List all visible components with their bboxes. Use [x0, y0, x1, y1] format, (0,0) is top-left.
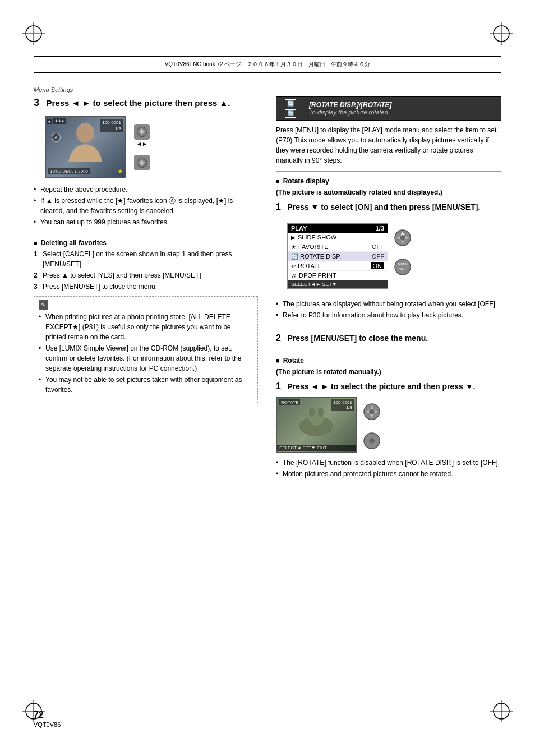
note-icon-row: ✎: [39, 300, 253, 310]
dpad-label-right: ◄►: [136, 141, 147, 147]
play-menu: PLAY 1/3 ▶ SLIDE SHOW ★ FAVORITE OFF 🔄 R…: [287, 223, 388, 289]
page-footer: 72 VQT0V86: [34, 710, 61, 728]
camera-image-section: A 100-0001 1/3 ■ ★★★ 10:00 DEC. 1 2006 ★: [45, 116, 258, 178]
corner-mark-tl: [22, 22, 45, 45]
rotate-screen-inner: ROTATE 100-0001 1/3 SELECT◄ SET▼ EXIT: [277, 398, 356, 452]
dpad-icon-down: [134, 155, 150, 170]
svg-point-12: [76, 123, 94, 143]
menu-row-slideshow: ▶ SLIDE SHOW: [288, 233, 388, 242]
right-step2-heading: 2 Press [MENU/SET] to close the menu.: [276, 332, 501, 344]
step3-heading: 3 Press ◄ ► to select the picture then p…: [34, 96, 258, 109]
after-menu-bullet-2: Refer to P30 for information about how t…: [276, 310, 501, 320]
menu-button-svg: MENU /SET: [394, 258, 412, 276]
delete-step-1: 1Select [CANCEL] on the screen shown in …: [34, 249, 258, 269]
play-menu-section: PLAY 1/3 ▶ SLIDE SHOW ★ FAVORITE OFF 🔄 R…: [276, 218, 501, 294]
menu-button-icon: MENU /SET: [394, 258, 412, 276]
note-bullet-2: Use [LUMIX Simple Viewer] on the CD-ROM …: [39, 343, 253, 374]
corner-mark-br: [490, 700, 513, 722]
rotate-btn-icon: [363, 432, 381, 450]
slideshow-icon: ▶: [291, 234, 296, 241]
menu-settings-label: Menu Settings: [34, 85, 73, 94]
right-step1-text: Press ▼ to select [ON] and then press [M…: [288, 202, 481, 211]
corner-mark-tr: [490, 22, 513, 45]
bullet-item: You can set up to 999 pictures as favori…: [34, 217, 258, 227]
rotate-icon-text: 🔄 🔄: [285, 99, 296, 118]
svg-point-43: [369, 438, 375, 444]
note-bullet-3: You may not be able to set pictures take…: [39, 375, 253, 395]
rotate-dpad: [363, 403, 381, 450]
divider-r3: [276, 351, 501, 351]
bullet-item: Repeat the above procedure.: [34, 185, 258, 195]
rotate-title: Rotate: [276, 357, 501, 365]
screen-top-bar: ■ ★★★: [47, 118, 66, 124]
menu-row-label: SLIDE SHOW: [298, 234, 384, 241]
dpad-up-icon: [136, 126, 147, 137]
dpof-icon: 🖨: [291, 273, 297, 279]
rotate-step1-text: Press ◄ ► to select the picture and then…: [288, 382, 476, 391]
right-step2-num: 2: [276, 333, 281, 343]
menu-row-rotate: ↩ ROTATE ON: [288, 261, 388, 271]
menu-row-label: ROTATE DISP.: [300, 253, 372, 260]
dpad-up: ◄►: [134, 124, 150, 147]
divider-1: [34, 233, 258, 233]
circle-a-label: A: [52, 133, 61, 142]
rotate-section-header: 🔄 🔄 [ROTATE DISP.]/[ROTATE] To display t…: [276, 96, 501, 121]
header-bar: VQT0V86ENG.book 72 ページ ２００６年１月３０日 月曜日 午前…: [34, 56, 501, 73]
rotate-step1-heading: 1 Press ◄ ► to select the picture and th…: [276, 380, 501, 393]
after-menu-bullets: The pictures are displayed without being…: [276, 299, 501, 320]
svg-point-28: [400, 235, 405, 241]
rotate-step1-num: 1: [276, 381, 281, 391]
dpad-down-icon: [136, 157, 147, 168]
right-step2-text: Press [MENU/SET] to close the menu.: [288, 334, 428, 343]
menu-row-rotate-disp: 🔄 ROTATE DISP. OFF: [288, 252, 388, 261]
rotate-icon-box: 🔄 🔄: [276, 97, 305, 120]
menu-dpad: MENU /SET: [394, 229, 412, 276]
rotate-screen-bottom: SELECT◄ SET▼ EXIT: [277, 445, 356, 451]
rotate-disp-icon: 🔄: [291, 253, 298, 260]
menu-row-label: ROTATE: [298, 262, 371, 269]
column-divider: [266, 96, 266, 700]
svg-point-34: [309, 408, 315, 417]
rotate-title-box: [ROTATE DISP.]/[ROTATE] To display the p…: [305, 97, 501, 120]
rotate-screen-info: 100-0001 1/3: [331, 399, 354, 411]
divider-r1: [276, 171, 501, 172]
svg-point-41: [369, 409, 375, 414]
delete-step-3: 3Press [MENU/SET] to close the menu.: [34, 282, 258, 292]
rotate-bullets: The [ROTATE] function is disabled when […: [276, 458, 501, 479]
rotate-bullet-2: Motion pictures and protected pictures c…: [276, 469, 501, 479]
menu-row-value: OFF: [372, 243, 384, 250]
product-code: VQT0V86: [34, 721, 61, 728]
rotate-screen: ROTATE 100-0001 1/3 SELECT◄ SET▼ EXIT: [276, 397, 357, 453]
menu-row-label: FAVORITE: [298, 243, 372, 250]
after-menu-bullet-1: The pictures are displayed without being…: [276, 299, 501, 309]
step3-bullets: Repeat the above procedure. If ▲ is pres…: [34, 185, 258, 227]
rotate-screen-section: ROTATE 100-0001 1/3 SELECT◄ SET▼ EXIT: [276, 397, 501, 453]
rotate-intro: Press [MENU] to display the [PLAY] mode …: [276, 125, 501, 165]
svg-text:/SET: /SET: [399, 267, 407, 270]
rotate-subtitle: To display the picture rotated: [309, 109, 392, 116]
dpad-down: [134, 155, 150, 170]
step3-text: Press ◄ ► to select the picture then pre…: [47, 98, 230, 108]
menu-row-dpof: 🖨 DPOF PRINT: [288, 271, 388, 280]
divider-r2: [276, 326, 501, 326]
screen-star: ★: [118, 168, 123, 174]
menu-row-value: OFF: [372, 253, 384, 260]
screen-info: 100-0001 1/3: [100, 119, 123, 132]
menu-row-label: DPOF PRINT: [299, 272, 384, 279]
bullet-item: If ▲ is pressed while the [★] favorites …: [34, 196, 258, 216]
rotate-screen-top-label: ROTATE: [279, 399, 300, 405]
rotate-menu-icon: ↩: [291, 263, 296, 269]
svg-text:MENU: MENU: [398, 262, 408, 266]
page-number: 72: [34, 710, 61, 720]
delete-step-2: 2Press ▲ to select [YES] and then press …: [34, 270, 258, 280]
menu-row-favorite: ★ FAVORITE OFF: [288, 242, 388, 252]
rotate-display-title: Rotate display: [276, 177, 501, 185]
screen-date: 10:00 DEC. 1 2006: [48, 168, 90, 174]
header-text: VQT0V86ENG.book 72 ページ ２００６年１月３０日 月曜日 午前…: [36, 61, 499, 68]
right-column: 🔄 🔄 [ROTATE DISP.]/[ROTATE] To display t…: [276, 96, 501, 483]
deleting-title: Deleting all favorites: [34, 239, 258, 247]
note-bullets: When printing pictures at a photo printi…: [39, 312, 253, 395]
svg-point-35: [318, 408, 324, 417]
dpad-icon-up: [134, 124, 150, 140]
step3-num: 3: [34, 97, 39, 108]
